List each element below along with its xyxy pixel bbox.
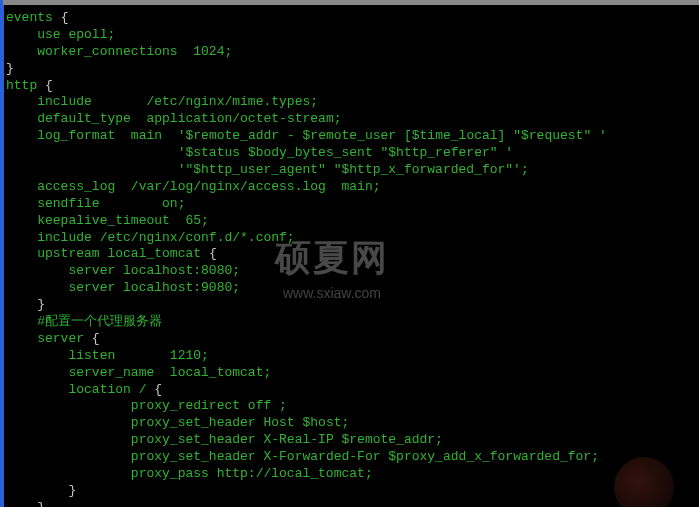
code-line: } [6, 297, 699, 314]
code-line: log_format main '$remote_addr - $remote_… [6, 128, 699, 145]
code-line: keepalive_timeout 65; [6, 213, 699, 230]
code-content: events { use epoll; worker_connections 1… [0, 5, 699, 507]
left-selection-gutter [0, 5, 4, 507]
code-line: http { [6, 78, 699, 95]
code-line: } [6, 500, 699, 507]
code-line: default_type application/octet-stream; [6, 111, 699, 128]
code-line: include /etc/nginx/conf.d/*.conf; [6, 230, 699, 247]
code-line: events { [6, 10, 699, 27]
code-line: proxy_set_header Host $host; [6, 415, 699, 432]
code-line: proxy_set_header X-Forwarded-For $proxy_… [6, 449, 699, 466]
code-line: '$status $body_bytes_sent "$http_referer… [6, 145, 699, 162]
code-line: server { [6, 331, 699, 348]
code-line: sendfile on; [6, 196, 699, 213]
code-line: use epoll; [6, 27, 699, 44]
code-line: access_log /var/log/nginx/access.log mai… [6, 179, 699, 196]
code-line: include /etc/nginx/mime.types; [6, 94, 699, 111]
code-line: '"$http_user_agent" "$http_x_forwarded_f… [6, 162, 699, 179]
code-line: upstream local_tomcat { [6, 246, 699, 263]
code-line: #配置一个代理服务器 [6, 314, 699, 331]
code-line: listen 1210; [6, 348, 699, 365]
code-line: location / { [6, 382, 699, 399]
code-line: server_name local_tomcat; [6, 365, 699, 382]
code-line: } [6, 483, 699, 500]
code-line: } [6, 61, 699, 78]
code-line: server localhost:8080; [6, 263, 699, 280]
code-line: proxy_set_header X-Real-IP $remote_addr; [6, 432, 699, 449]
code-line: server localhost:9080; [6, 280, 699, 297]
code-line: proxy_pass http://local_tomcat; [6, 466, 699, 483]
code-line: proxy_redirect off ; [6, 398, 699, 415]
code-line: worker_connections 1024; [6, 44, 699, 61]
